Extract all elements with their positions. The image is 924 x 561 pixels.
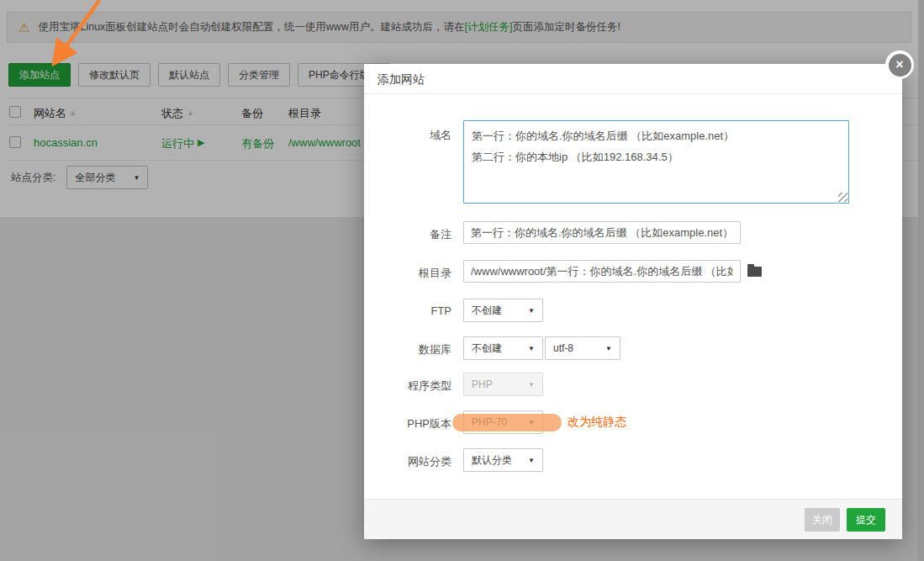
chevron-down-icon: ▼	[528, 381, 535, 389]
app-type-label: 程序类型	[364, 378, 451, 394]
domain-label: 域名	[364, 128, 451, 143]
php-version-label: PHP版本	[364, 416, 451, 431]
database-select[interactable]: 不创建 ▼	[463, 336, 543, 360]
site-category-label: 网站分类	[364, 454, 451, 469]
annotation-note: 改为纯静态	[568, 415, 626, 430]
remark-input[interactable]	[463, 221, 741, 244]
root-label: 根目录	[364, 266, 451, 281]
folder-icon[interactable]	[747, 267, 762, 277]
remark-label: 备注	[364, 227, 451, 242]
chevron-down-icon: ▼	[528, 419, 535, 426]
modal-title: 添加网站	[364, 64, 902, 94]
close-icon[interactable]: ×	[885, 50, 914, 79]
site-category-select[interactable]: 默认分类 ▼	[463, 448, 543, 472]
ftp-select[interactable]: 不创建 ▼	[463, 299, 543, 322]
submit-button[interactable]: 提交	[847, 508, 885, 532]
chevron-down-icon: ▼	[528, 345, 535, 352]
modal-title-bar: 添加网站	[364, 64, 902, 94]
ftp-label: FTP	[364, 304, 451, 317]
database-label: 数据库	[364, 342, 451, 357]
php-version-select[interactable]: PHP-70 ▼	[463, 410, 543, 434]
chevron-down-icon: ▼	[528, 457, 535, 464]
domain-input[interactable]: 第一行：你的域名.你的域名后缀 （比如example.net） 第二行：你的本地…	[463, 120, 849, 204]
chevron-down-icon: ▼	[528, 307, 535, 315]
app-type-select: PHP ▼	[463, 373, 543, 396]
chevron-down-icon: ▼	[605, 345, 612, 352]
add-site-modal: 添加网站 × 域名 第一行：你的域名.你的域名后缀 （比如example.net…	[364, 64, 902, 539]
screen: ⚠ 使用宝塔Linux面板创建站点时会自动创建权限配置，统一使用www用户。建站…	[0, 0, 924, 561]
resize-handle[interactable]	[838, 193, 847, 202]
modal-footer: 关闭 提交	[364, 499, 902, 539]
close-button[interactable]: 关闭	[805, 508, 840, 532]
root-input[interactable]	[463, 260, 741, 283]
charset-select[interactable]: utf-8 ▼	[545, 336, 620, 360]
